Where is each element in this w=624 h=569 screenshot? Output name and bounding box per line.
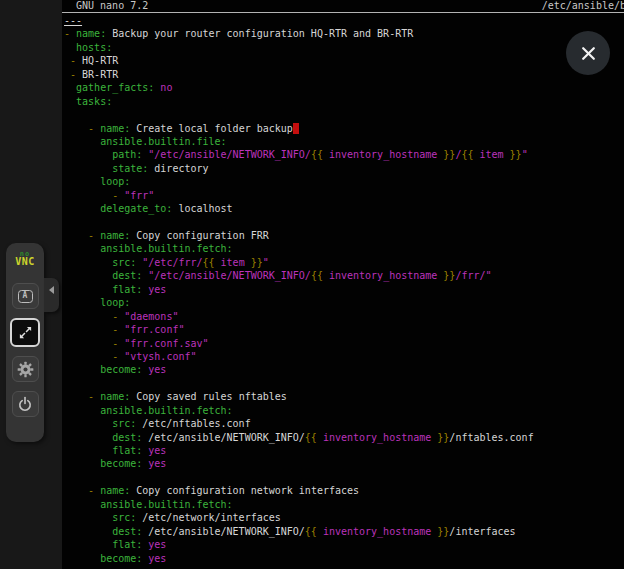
close-icon [580, 45, 597, 62]
code-line: - name: Backup your router configuration… [64, 27, 624, 40]
nano-titlebar: GNU nano 7.2 /etc/ansible/b [62, 0, 624, 13]
code-line: - "frr.conf" [64, 323, 624, 336]
code-line: - BR-RTR [64, 68, 624, 81]
code-line: - "frr.conf.sav" [64, 337, 624, 350]
code-line: - "daemons" [64, 310, 624, 323]
code-line: flat: yes [64, 538, 624, 551]
code-line: become: yes [64, 363, 624, 376]
code-line: loop: [64, 175, 624, 188]
code-line: loop: [64, 296, 624, 309]
novnc-logo: no VNC [6, 243, 44, 266]
code-line: dest: "/etc/ansible/NETWORK_INFO/{{ inve… [64, 269, 624, 282]
code-line: - HQ-RTR [64, 54, 624, 67]
code-line: tasks: [64, 95, 624, 108]
vnc-control-panel: no VNC A [6, 243, 44, 442]
code-line [64, 377, 624, 390]
code-line: src: /etc/nftables.conf [64, 417, 624, 430]
code-line: dest: /etc/ansible/NETWORK_INFO/{{ inven… [64, 431, 624, 444]
code-line: - "vtysh.conf" [64, 350, 624, 363]
code-line: ansible.builtin.file: [64, 135, 624, 148]
open-file-path: /etc/ansible/b [542, 0, 624, 12]
settings-button[interactable] [12, 356, 39, 382]
code-line: src: "/etc/frr/{{ item }}" [64, 256, 624, 269]
code-line: hosts: [64, 41, 624, 54]
terminal-window: GNU nano 7.2 /etc/ansible/b ---- name: B… [62, 0, 624, 569]
text-cursor [293, 123, 299, 134]
code-line [64, 216, 624, 229]
code-line: become: yes [64, 552, 624, 565]
code-line: dest: /etc/ansible/NETWORK_INFO/{{ inven… [64, 525, 624, 538]
code-line: path: "/etc/ansible/NETWORK_INFO/{{ inve… [64, 148, 624, 161]
code-line: ansible.builtin.fetch: [64, 498, 624, 511]
nano-version-label: GNU nano 7.2 [76, 0, 148, 12]
extra-keys-button[interactable]: A [12, 283, 39, 309]
novnc-logo-bottom: VNC [6, 258, 44, 266]
chevron-left-icon [49, 286, 54, 294]
code-line: gather_facts: no [64, 81, 624, 94]
fullscreen-button[interactable] [10, 318, 40, 347]
code-line: state: directory [64, 162, 624, 175]
editor-content[interactable]: ---- name: Backup your router configurat… [64, 14, 624, 569]
code-line: become: yes [64, 457, 624, 470]
code-line [64, 108, 624, 121]
code-line: - name: Copy configuration FRR [64, 229, 624, 242]
resize-arrows-icon [18, 325, 33, 340]
code-line: ansible.builtin.fetch: [64, 404, 624, 417]
code-line: src: /etc/network/interfaces [64, 511, 624, 524]
gear-icon [17, 361, 34, 378]
code-line: flat: yes [64, 444, 624, 457]
code-line [64, 471, 624, 484]
code-line: - name: Create local folder backup [64, 122, 624, 135]
close-button[interactable] [566, 31, 610, 75]
code-line: flat: yes [64, 283, 624, 296]
code-line: delegate_to: localhost [64, 202, 624, 215]
code-line: - "frr" [64, 189, 624, 202]
code-line: - name: Copy saved rules nftables [64, 390, 624, 403]
panel-collapse-handle[interactable] [44, 278, 59, 312]
code-line: ansible.builtin.fetch: [64, 242, 624, 255]
code-line: - name: Copy configuration network inter… [64, 484, 624, 497]
disconnect-button[interactable] [12, 391, 39, 417]
letter-a-key-icon: A [18, 290, 33, 303]
code-line: --- [64, 14, 624, 27]
power-icon [17, 396, 33, 412]
